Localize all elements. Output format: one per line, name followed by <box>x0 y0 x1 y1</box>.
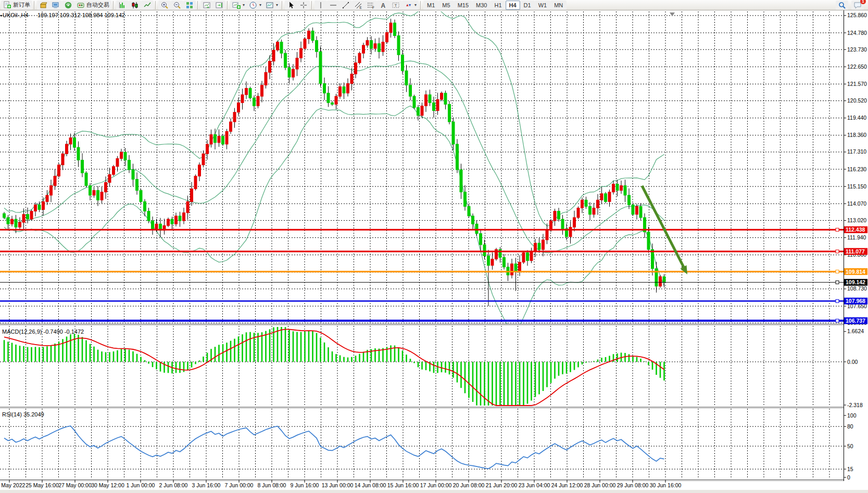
candle <box>561 219 564 229</box>
market-watch-button[interactable] <box>37 1 49 10</box>
candle <box>600 194 603 200</box>
level-price-tag-text: 107.968 <box>846 298 865 304</box>
new-order-button[interactable]: 新订单 <box>1 1 32 10</box>
candle <box>124 152 127 160</box>
chart-canvas[interactable]: 125.860124.780123.730122.650121.570120.5… <box>0 10 868 493</box>
macd-scale-label: 0.00 <box>847 359 858 365</box>
candle <box>585 200 587 206</box>
price-tick-label: 125.860 <box>847 12 867 18</box>
timeframe-m1-button[interactable]: M1 <box>423 1 438 10</box>
timeframe-m15-button[interactable]: M15 <box>454 1 472 10</box>
horizontal-line-button[interactable] <box>327 1 339 10</box>
vertical-line-button[interactable] <box>315 1 327 10</box>
toolbar-separator <box>281 1 284 9</box>
candle <box>272 50 275 61</box>
candle <box>616 184 619 191</box>
candle <box>327 93 330 103</box>
new-chart-icon <box>232 1 241 9</box>
fibonacci-button[interactable]: F <box>364 1 377 10</box>
time-tick-label: 24 May 2022 <box>0 482 26 488</box>
auto-scroll-button[interactable] <box>200 1 213 10</box>
time-tick-label: 28 Jun 00:00 <box>584 482 616 488</box>
candle <box>183 213 185 221</box>
chart-shift-button[interactable] <box>213 1 225 10</box>
notifications-button[interactable]: 1 <box>851 1 864 10</box>
price-tick-label: 121.570 <box>847 81 867 87</box>
level-handle[interactable] <box>836 228 839 231</box>
level-handle[interactable] <box>836 281 839 284</box>
candle <box>358 53 361 62</box>
equidistant-channel-button[interactable]: E <box>352 1 364 10</box>
trendline-button[interactable] <box>339 1 352 10</box>
level-handle[interactable] <box>836 319 839 322</box>
time-tick-label: 8 Jun 08:00 <box>258 482 286 488</box>
candle <box>206 144 209 154</box>
svg-text:A: A <box>381 2 386 9</box>
arrows-button[interactable]: ▾ <box>402 1 419 10</box>
price-tick-label: 124.780 <box>847 30 867 36</box>
candle <box>214 135 217 143</box>
tile-windows-button[interactable] <box>183 1 196 10</box>
bar-chart-mode-button[interactable] <box>116 1 129 10</box>
candle <box>441 93 443 99</box>
candle <box>311 31 314 40</box>
candle <box>483 245 486 256</box>
level-price-tag-text: 106.737 <box>846 318 865 324</box>
candle <box>22 214 25 222</box>
search-button[interactable] <box>836 1 848 10</box>
candle <box>316 41 318 52</box>
candle <box>480 234 482 245</box>
candle <box>558 211 560 219</box>
crosshair-button[interactable] <box>297 1 310 10</box>
timeframe-mn-button[interactable]: MN <box>550 1 567 10</box>
zoom-in-button[interactable] <box>158 1 171 10</box>
window-edge <box>0 490 868 493</box>
timeframe-h1-button[interactable]: H1 <box>490 1 505 10</box>
text-button[interactable]: A <box>377 1 389 10</box>
autotrading-button[interactable]: 自动交易 <box>74 1 111 10</box>
new-chart-button[interactable]: ▾ <box>230 1 247 10</box>
candle <box>472 216 474 224</box>
timeframe-w1-button[interactable]: W1 <box>535 1 551 10</box>
candle <box>19 222 21 227</box>
candle <box>132 170 134 179</box>
line-mode-button[interactable] <box>141 1 154 10</box>
timeframe-h4-button[interactable]: H4 <box>506 1 520 10</box>
level-handle[interactable] <box>836 270 839 273</box>
data-window-button[interactable] <box>49 1 62 10</box>
price-tick-label: 122.650 <box>847 64 867 70</box>
candle <box>632 205 634 214</box>
candle <box>464 192 467 207</box>
timeframe-m30-button[interactable]: M30 <box>472 1 490 10</box>
candle <box>276 42 279 50</box>
time-tick-label: 2 Jun 08:00 <box>159 482 188 488</box>
candle-mode-button[interactable] <box>129 1 141 10</box>
profile-icon <box>266 1 274 9</box>
candle <box>331 103 334 104</box>
timeframe-m5-button[interactable]: M5 <box>438 1 454 10</box>
candle <box>191 189 193 202</box>
channel-icon: E <box>354 1 362 9</box>
zoom-out-button[interactable] <box>171 1 183 10</box>
templates-button[interactable]: ▾ <box>263 1 280 10</box>
candle <box>335 96 337 104</box>
candle <box>343 87 345 93</box>
text-label-button[interactable]: T <box>389 1 402 10</box>
arrange2-icon <box>215 1 223 9</box>
candle <box>522 252 525 262</box>
level-handle[interactable] <box>836 299 839 302</box>
rsi-indicator-label: RSI(14) 35.2049 <box>2 411 44 418</box>
candle <box>69 138 72 144</box>
title-bullet-icon <box>1 15 2 17</box>
chevron-down-icon: ▾ <box>259 3 261 7</box>
level-handle[interactable] <box>836 250 839 253</box>
cursor-button[interactable] <box>285 1 297 10</box>
signals-button[interactable] <box>62 1 74 10</box>
candle <box>452 122 455 144</box>
candle <box>636 206 638 214</box>
candle <box>639 206 642 217</box>
periods-button[interactable]: ▾ <box>247 1 263 10</box>
timeframe-d1-button[interactable]: D1 <box>520 1 535 10</box>
candle <box>225 131 228 144</box>
svg-text:E: E <box>360 6 362 9</box>
